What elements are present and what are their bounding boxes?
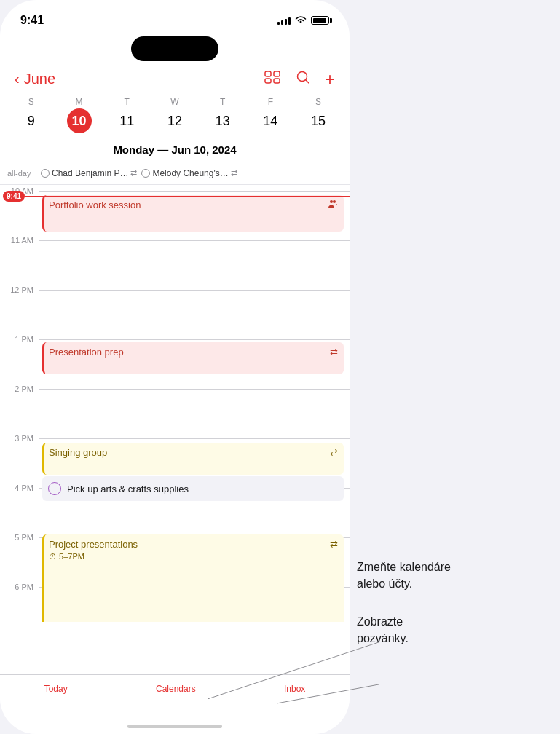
day-letter: F	[268, 97, 273, 107]
dynamic-island	[131, 36, 218, 61]
day-letter: T	[125, 97, 130, 107]
phone-frame: 9:41 ‹ June	[0, 0, 350, 734]
current-time-badge: 9:41	[3, 191, 25, 202]
day-number: 13	[210, 108, 235, 133]
today-number: 10	[67, 108, 92, 133]
add-event-icon[interactable]: +	[325, 71, 335, 88]
week-row: S 9 M 10 T 11 W 12 T 13 F 14 S 15	[0, 94, 350, 139]
all-day-events: Chad Benjamin P… ⇄ Melody Cheung's… ⇄	[41, 168, 237, 178]
all-day-row: all-day Chad Benjamin P… ⇄ Melody Cheung…	[0, 162, 350, 185]
time-11am: 11 AM	[0, 234, 39, 245]
day-letter: S	[28, 97, 34, 107]
time-6pm: 6 PM	[0, 581, 39, 591]
tab-calendars[interactable]: Calendars	[156, 684, 196, 694]
time-3pm: 3 PM	[0, 433, 39, 443]
timeline-content: 10 AM 11 AM 12 PM 1 PM	[0, 185, 350, 622]
presentation-prep-event[interactable]: Presentation prep ⇄	[42, 342, 344, 374]
svg-rect-2	[265, 79, 271, 83]
tab-today[interactable]: Today	[44, 684, 68, 694]
arts-crafts-task[interactable]: Pick up arts & crafts supplies	[42, 476, 344, 501]
refresh-icon-2: ⇄	[231, 168, 237, 178]
task-circle-icon	[48, 482, 61, 495]
presentation-prep-icon: ⇄	[330, 347, 338, 358]
svg-rect-1	[274, 71, 280, 76]
day-col-wed[interactable]: W 12	[159, 97, 191, 133]
svg-point-5	[330, 200, 333, 203]
tab-inbox-label: Inbox	[284, 684, 305, 694]
singing-group-title: Singing group	[49, 447, 107, 458]
day-col-tue[interactable]: T 11	[111, 97, 143, 133]
current-time-line	[25, 196, 350, 197]
timeline[interactable]: 10 AM 11 AM 12 PM 1 PM	[0, 185, 350, 622]
status-icons	[277, 15, 329, 26]
svg-point-6	[333, 200, 336, 203]
grid-view-icon[interactable]	[264, 70, 281, 88]
day-col-thu[interactable]: T 13	[207, 97, 239, 133]
search-icon[interactable]	[296, 70, 310, 88]
day-col-mon[interactable]: M 10	[63, 97, 95, 133]
day-col-sat[interactable]: S 15	[302, 97, 334, 133]
svg-rect-3	[274, 79, 280, 83]
chad-event-title: Chad Benjamin P…	[52, 168, 128, 178]
status-bar: 9:41	[0, 0, 350, 36]
portfolio-event[interactable]: Portfolio work session	[42, 195, 344, 232]
refresh-icon: ⇄	[130, 168, 137, 178]
tab-bar: Today Calendars Inbox	[0, 674, 350, 734]
wifi-icon	[295, 15, 307, 26]
annotation-area: Zmeňte kalendárealebo účty. Zobraztepozv…	[350, 0, 560, 734]
day-letter: S	[315, 97, 321, 107]
project-presentations-icon: ⇄	[330, 539, 338, 550]
time-1pm: 1 PM	[0, 334, 39, 344]
portfolio-title: Portfolio work session	[49, 200, 141, 210]
inbox-annotation-block: Zobraztepozvánky.	[357, 614, 545, 647]
day-letter: T	[220, 97, 225, 107]
calendars-annotation-block: Zmeňte kalendárealebo účty.	[357, 559, 545, 592]
day-col-fri[interactable]: F 14	[254, 97, 286, 133]
back-arrow-icon: ‹	[15, 71, 20, 87]
all-day-event-melody[interactable]: Melody Cheung's… ⇄	[141, 168, 237, 178]
portfolio-icon	[328, 200, 338, 210]
all-day-event-chad[interactable]: Chad Benjamin P… ⇄	[41, 168, 137, 178]
project-presentations-title: Project presentations	[49, 539, 138, 550]
time-4pm: 4 PM	[0, 482, 39, 492]
top-nav: ‹ June +	[0, 67, 350, 94]
day-col-sun[interactable]: S 9	[15, 97, 47, 133]
project-presentations-event[interactable]: Project presentations ⏱ 5–7PM ⇄	[42, 534, 344, 622]
inbox-annotation-text: Zobraztepozvánky.	[357, 614, 545, 647]
day-number: 9	[19, 108, 44, 133]
arts-crafts-title: Pick up arts & crafts supplies	[67, 484, 189, 494]
melody-event-title: Melody Cheung's…	[152, 168, 228, 178]
time-12pm: 12 PM	[0, 284, 39, 294]
day-letter: M	[76, 97, 83, 107]
all-day-label: all-day	[7, 169, 36, 178]
presentation-prep-title: Presentation prep	[49, 347, 124, 358]
battery-icon	[311, 16, 329, 25]
time-2pm: 2 PM	[0, 383, 39, 393]
event-dot-icon	[141, 169, 150, 178]
project-presentations-time: ⏱ 5–7PM	[49, 552, 339, 561]
home-indicator	[127, 725, 222, 728]
nav-icons: +	[264, 70, 335, 88]
date-heading: Monday — Jun 10, 2024	[0, 139, 350, 162]
tab-calendars-label: Calendars	[156, 684, 196, 694]
singing-group-event[interactable]: Singing group ⇄	[42, 443, 344, 475]
month-label: June	[24, 71, 55, 87]
signal-icon	[277, 16, 291, 25]
singing-group-icon: ⇄	[330, 447, 338, 458]
day-number: 11	[114, 108, 139, 133]
tab-inbox[interactable]: Inbox	[284, 684, 305, 694]
event-dot-icon	[41, 169, 50, 178]
day-number: 15	[306, 108, 331, 133]
status-time: 9:41	[20, 14, 44, 27]
day-number: 12	[162, 108, 187, 133]
svg-rect-0	[265, 71, 271, 76]
time-5pm: 5 PM	[0, 532, 39, 542]
day-number: 14	[258, 108, 283, 133]
calendars-annotation-text: Zmeňte kalendárealebo účty.	[357, 559, 545, 592]
tab-today-label: Today	[44, 684, 68, 694]
day-letter: W	[170, 97, 178, 107]
back-button[interactable]: ‹ June	[15, 71, 55, 87]
